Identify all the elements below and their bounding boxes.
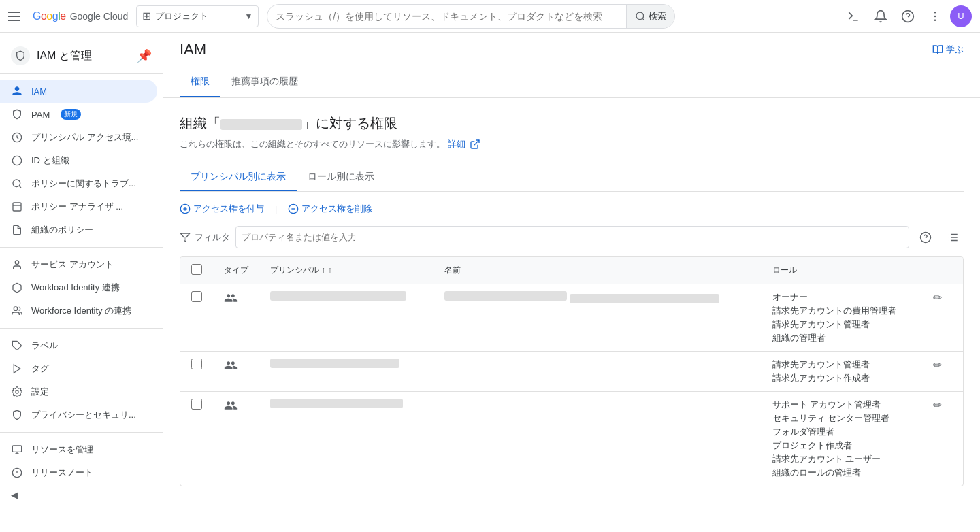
row2-role-2: 請求先アカウント作成者	[772, 372, 911, 384]
sidebar-item-label-workforce-identity: Workforce Identity の連携	[31, 305, 131, 317]
add-access-label: アクセス権を付与	[193, 203, 264, 215]
sidebar-divider-1	[0, 247, 163, 248]
svg-point-6	[934, 15, 936, 17]
search-button[interactable]: 検索	[626, 5, 674, 28]
dropdown-arrow-icon: ▼	[244, 12, 252, 21]
sidebar-item-labels[interactable]: ラベル	[0, 334, 157, 357]
settings-icon	[11, 386, 23, 398]
row3-edit-cell: ✏	[922, 392, 963, 486]
filter-help-button[interactable]	[915, 227, 936, 248]
project-selector[interactable]: ⊞ プロジェクト ▼	[136, 5, 259, 27]
row3-role-4: プロジェクト作成者	[772, 439, 911, 452]
sub-tab-role-label: ロール別に表示	[308, 171, 374, 182]
learn-link[interactable]: 学ぶ	[932, 44, 964, 56]
sidebar-divider-2	[0, 328, 163, 329]
sidebar-item-label-id-org: ID と組織	[31, 154, 69, 167]
tab-permissions[interactable]: 権限	[180, 67, 220, 97]
row1-principal-cell	[259, 284, 434, 352]
main-tabs: 権限 推薦事項の履歴	[163, 67, 980, 98]
sidebar-item-iam[interactable]: IAM	[0, 80, 157, 103]
row1-edit-icon[interactable]: ✏	[933, 292, 942, 303]
tags-icon	[11, 363, 23, 375]
sidebar-item-pam[interactable]: PAM 新規	[0, 103, 157, 126]
th-name: 名前	[434, 257, 761, 284]
sidebar-item-settings[interactable]: 設定	[0, 380, 157, 403]
iam-icon	[11, 85, 23, 97]
row3-role-5: 請求先アカウント ユーザー	[772, 453, 911, 465]
page-content: 組織「」に対する権限 これらの権限は、この組織とそのすべてのリソースに影響します…	[163, 98, 980, 503]
row2-type-icon	[224, 361, 238, 375]
sub-tab-by-role[interactable]: ロール別に表示	[297, 164, 385, 191]
policy-trouble-icon	[11, 178, 23, 190]
sidebar-item-label-policy-trouble: ポリシーに関するトラブ...	[31, 178, 136, 190]
sub-tab-by-principal[interactable]: プリンシパル別に表示	[180, 164, 297, 191]
row1-name-cell	[434, 284, 761, 352]
sidebar-item-label-tags: タグ	[31, 363, 49, 375]
filter-icon	[180, 232, 191, 243]
row2-role-1: 請求先アカウント管理者	[772, 359, 911, 371]
google-cloud-logo[interactable]: Google Google Cloud	[33, 10, 128, 22]
topbar-actions: U	[841, 4, 972, 29]
remove-access-label: アクセス権を削除	[301, 203, 372, 215]
sidebar-item-workforce-identity[interactable]: Workforce Identity の連携	[0, 299, 157, 322]
sidebar-item-privacy-security[interactable]: プライバシーとセキュリ...	[0, 403, 157, 427]
sidebar-item-id-org[interactable]: ID と組織	[0, 149, 157, 172]
terminal-button[interactable]	[841, 4, 866, 29]
row3-role-1: サポート アカウント管理者	[772, 399, 911, 411]
sidebar-item-org-policy[interactable]: 組織のポリシー	[0, 218, 157, 242]
sidebar-item-label-labels: ラベル	[31, 339, 58, 352]
row2-checkbox[interactable]	[191, 359, 202, 369]
select-all-checkbox[interactable]	[191, 264, 202, 275]
sidebar-item-resources[interactable]: リソースを管理	[0, 438, 157, 461]
topbar: Google Google Cloud ⊞ プロジェクト ▼ 検索 U	[0, 0, 980, 33]
th-principal[interactable]: プリンシパル ↑ ↑	[259, 257, 434, 284]
row1-type-icon	[224, 294, 238, 307]
columns-button[interactable]	[942, 227, 964, 248]
sidebar-pin-icon[interactable]: 📌	[137, 48, 152, 63]
row1-checkbox-cell	[180, 284, 213, 352]
remove-access-button[interactable]: アクセス権を削除	[288, 203, 372, 215]
sidebar-item-release-notes[interactable]: リリースノート	[0, 461, 157, 484]
row3-checkbox[interactable]	[191, 399, 202, 410]
sidebar-item-workload-identity[interactable]: Workload Identity 連携	[0, 276, 157, 299]
svg-line-11	[19, 186, 21, 188]
row3-edit-icon[interactable]: ✏	[933, 399, 942, 411]
sidebar-item-label-service-account: サービス アカウント	[31, 259, 114, 271]
add-access-button[interactable]: アクセス権を付与	[180, 203, 264, 215]
sidebar-item-service-account[interactable]: サービス アカウント	[0, 253, 157, 276]
sidebar-item-principal-access[interactable]: プリンシパル アクセス境...	[0, 126, 157, 149]
svg-point-5	[934, 11, 936, 13]
more-options-button[interactable]	[923, 4, 947, 29]
svg-marker-17	[14, 365, 20, 373]
menu-icon[interactable]	[8, 8, 24, 24]
sidebar-header-icon	[11, 46, 30, 65]
sidebar-header: IAM と管理 📌	[0, 38, 163, 74]
avatar[interactable]: U	[950, 5, 972, 27]
row3-role-2: セキュリティ センター管理者	[772, 412, 911, 425]
row1-checkbox[interactable]	[191, 291, 202, 302]
filter-input[interactable]	[242, 229, 903, 245]
sidebar-item-policy-trouble[interactable]: ポリシーに関するトラブ...	[0, 172, 157, 195]
row3-role-6: 組織のロールの管理者	[772, 467, 911, 479]
row2-edit-cell: ✏	[922, 352, 963, 392]
help-button[interactable]	[896, 4, 920, 29]
row1-type-cell	[213, 284, 259, 352]
tab-history-label: 推薦事項の履歴	[231, 76, 298, 86]
page-heading: 組織「」に対する権限	[180, 114, 964, 133]
sidebar-item-label-policy-analyzer: ポリシー アナライザ ...	[31, 201, 123, 213]
table-row: サポート アカウント管理者 セキュリティ センター管理者 フォルダ管理者 プロジ…	[180, 392, 963, 486]
th-checkbox	[180, 257, 213, 284]
project-grid-icon: ⊞	[142, 10, 151, 22]
sort-icon: ↑	[328, 265, 332, 275]
detail-link[interactable]: 詳細	[448, 138, 480, 150]
search-input[interactable]	[276, 11, 621, 22]
row2-edit-icon[interactable]: ✏	[933, 359, 942, 371]
sidebar-collapse-button[interactable]: ◀	[0, 484, 163, 505]
sidebar-item-tags[interactable]: タグ	[0, 357, 157, 380]
sidebar-item-policy-analyzer[interactable]: ポリシー アナライザ ...	[0, 195, 157, 218]
sidebar-item-label-settings: 設定	[31, 386, 49, 398]
search-bar: 検索	[267, 4, 675, 29]
tab-history[interactable]: 推薦事項の履歴	[220, 67, 309, 97]
workforce-identity-icon	[11, 305, 23, 317]
notifications-button[interactable]	[868, 4, 893, 29]
